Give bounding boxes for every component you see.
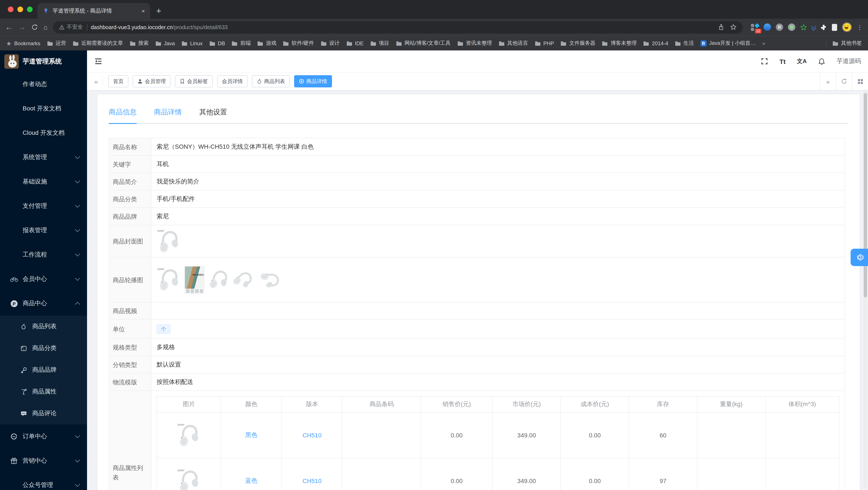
bookmarks-overflow-icon[interactable]: » [762,40,765,46]
notification-bell-icon[interactable] [818,58,825,65]
bookmark-folder[interactable]: Java [155,40,175,46]
layout-grid-icon[interactable] [852,73,868,90]
sidebar-item-report[interactable]: 报表管理 [0,218,87,242]
maximize-window-button[interactable] [27,6,33,12]
sku-image[interactable]: SONY [177,423,201,447]
bookmark-folder[interactable]: 前端 [232,39,251,47]
sidebar-item-marketing-center[interactable]: 营销中心 [0,449,87,473]
new-tab-button[interactable]: + [156,6,161,16]
refresh-page-icon[interactable] [836,73,852,90]
security-chip[interactable]: 不安全 [59,24,87,31]
browser-menu-icon[interactable]: ⋮ [857,24,863,30]
tab-product-info[interactable]: 商品信息 [109,107,136,123]
other-bookmarks[interactable]: 其他书签 [826,39,862,47]
tag-member-label[interactable]: 会员标签 [175,75,213,87]
tag-product-list[interactable]: 商品列表 [252,75,290,87]
settings-fab[interactable] [850,249,868,266]
close-window-button[interactable] [8,6,13,12]
share-icon[interactable] [718,24,724,30]
font-size-icon[interactable]: Tt [779,58,785,65]
bookmark-folder[interactable]: 2014-4 [643,40,668,46]
bookmark-folder[interactable]: 软件/硬件 [283,39,314,47]
fullscreen-icon[interactable] [761,58,768,65]
bookmark-folder[interactable]: 生活 [675,39,694,47]
bookmark-folder[interactable]: PHP [534,40,554,46]
forward-icon[interactable]: → [18,24,26,31]
extension-kite-icon[interactable] [764,24,771,31]
bookmark-star-icon[interactable] [730,24,737,30]
cover-image[interactable]: SONY [157,229,181,253]
tab-close-icon[interactable]: × [142,8,145,14]
tag-member-detail[interactable]: 会员详情 [217,75,248,87]
sidebar-item-product-category[interactable]: 商品分类 [0,337,87,359]
reload-icon[interactable] [31,24,38,30]
bookmark-folder[interactable]: 设计 [320,39,340,47]
profile-avatar[interactable] [842,22,852,32]
bookmark-folder[interactable]: 项目 [370,39,389,47]
slider-image-2[interactable]: WH-CH510 [184,266,205,294]
bookmark-folder[interactable]: 文件服务器 [561,39,595,47]
scrollbar-thumb[interactable] [864,93,867,297]
tag-member-manage[interactable]: 会员管理 [133,75,170,87]
tag-home[interactable]: 首页 [108,75,128,87]
sidebar-item-order-center[interactable]: 订单中心 [0,424,87,449]
extension-page-icon[interactable] [832,24,837,31]
extension-command-icon[interactable]: ⌘ [776,24,783,31]
slider-image-5[interactable] [257,269,284,290]
collapse-sidebar-icon[interactable] [94,57,103,66]
sidebar-item-member-center[interactable]: 会员中心 [0,267,87,291]
window-controls[interactable] [8,6,33,12]
tab-other-settings[interactable]: 其他设置 [199,107,227,123]
sidebar-item-product-attr[interactable]: 商品属性 [0,381,87,403]
slider-image-1[interactable]: SONY [157,267,181,292]
bookmark-folder[interactable]: 近期需要读的文章 [72,39,123,47]
sidebar-item-product-brand[interactable]: 商品品牌 [0,359,87,381]
browser-tab[interactable]: 芋道管理系统 - 商品详情 × [37,3,150,19]
sidebar-item-product-center[interactable]: 商品中心 [0,291,87,316]
sku-color-link[interactable]: 黑色 [245,431,257,438]
username[interactable]: 芋道源码 [837,57,861,65]
bookmark-folder[interactable]: 资讯未整理 [457,39,492,47]
extension-chevrons-icon[interactable] [812,24,815,30]
sidebar-item-infra[interactable]: 基础设施 [0,170,87,194]
back-icon[interactable]: ← [5,24,12,31]
sidebar-item-boot-docs[interactable]: Boot 开发文档 [0,97,87,121]
sidebar-item-author-news[interactable]: 作者动态 [0,72,87,97]
extension-recorder-icon[interactable] [788,24,795,31]
bookmark-folder[interactable]: 游戏 [257,39,277,47]
app-logo[interactable]: 芋道管理系统 [0,51,87,72]
slider-image-4[interactable] [233,267,253,292]
sidebar-item-system[interactable]: 系统管理 [0,145,87,170]
tag-product-detail[interactable]: 商品详情 [294,75,332,87]
sidebar-item-official-account[interactable]: 公众号管理 [0,473,87,490]
slider-image-3[interactable] [208,267,230,292]
bookmark-folder[interactable]: DB [209,40,225,46]
sidebar-item-workflow[interactable]: 工作流程 [0,242,87,267]
bookmark-folder[interactable]: 网站/博客/文章/工具 [396,39,451,47]
bookmark-folder[interactable]: 其他语言 [498,39,528,47]
sidebar-item-cloud-docs[interactable]: Cloud 开发文档 [0,121,87,145]
home-icon[interactable]: ⌂ [43,24,48,30]
sku-color-link[interactable]: 蓝色 [245,477,257,484]
tags-scroll-right-icon[interactable]: » [820,73,836,90]
sidebar-item-product-list[interactable]: 商品列表 [0,316,87,337]
page-scrollbar[interactable] [864,90,867,488]
tab-product-detail[interactable]: 商品详情 [154,107,182,123]
extension-tasks-icon[interactable]: 12 [751,24,759,31]
bookmark-folder[interactable]: 搜索 [129,39,149,47]
bookmarks-manager[interactable]: ★Bookmarks [6,40,40,47]
sidebar-item-pay[interactable]: 支付管理 [0,194,87,218]
extensions-puzzle-icon[interactable] [820,24,827,31]
bookmark-folder[interactable]: IDE [346,40,364,46]
sidebar-item-product-comment[interactable]: 商品评论 [0,403,87,424]
bookmark-folder[interactable]: 运营 [47,39,66,47]
extension-star-icon[interactable] [800,24,807,31]
tags-scroll-left-icon[interactable]: « [90,77,103,85]
sku-version-link[interactable]: CH510 [303,478,321,484]
bookmark-folder[interactable]: 博客未整理 [602,39,637,47]
address-bar[interactable]: 不安全 dashboard-vue3.yudao.iocoder.cn/prod… [53,21,743,33]
sku-image[interactable]: SONY [177,469,201,490]
bookmark-link[interactable]: BJava开发 | 小组首… [701,39,756,47]
language-icon[interactable]: 文A [797,57,807,65]
minimize-window-button[interactable] [18,6,23,12]
